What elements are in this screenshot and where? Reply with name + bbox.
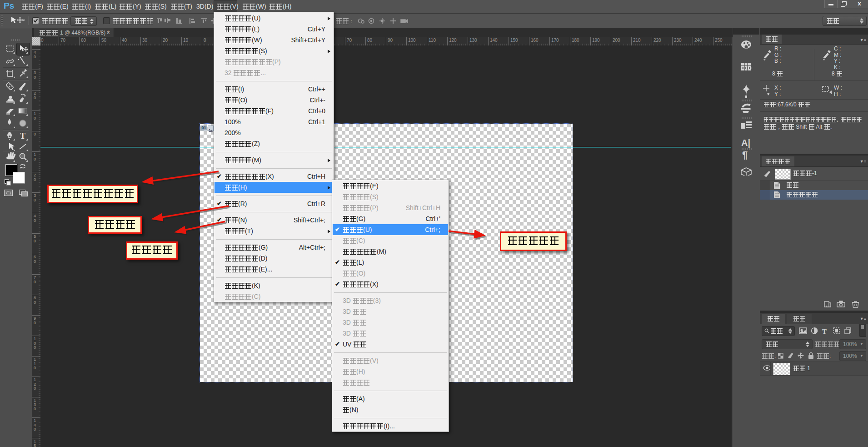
svg-text:¶: ¶ — [742, 149, 748, 161]
svg-text:A|: A| — [741, 138, 750, 148]
svg-text:T: T — [822, 328, 827, 335]
svg-text:T: T — [20, 131, 25, 141]
